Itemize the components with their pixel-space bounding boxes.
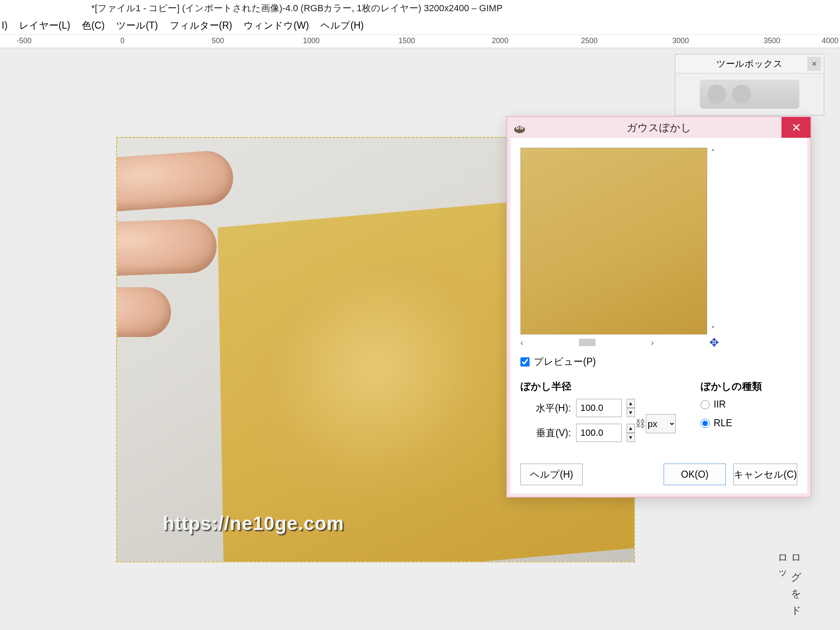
menu-help[interactable]: ヘルプ(H) xyxy=(320,19,364,32)
scroll-thumb[interactable] xyxy=(579,339,596,346)
gimp-app-icon xyxy=(512,120,527,135)
watermark-text: https://ne10ge.com xyxy=(163,512,344,535)
spin-down-icon[interactable]: ▼ xyxy=(627,433,635,442)
scroll-left-icon[interactable]: ‹ xyxy=(520,338,523,347)
horizontal-value-input[interactable] xyxy=(576,399,622,417)
panel-tail-text: ログをドロッ xyxy=(773,548,803,630)
blur-type-iir-label: IIR xyxy=(714,399,726,410)
blur-type-rle-radio[interactable] xyxy=(701,419,710,428)
vertical-spin-buttons[interactable]: ▲ ▼ xyxy=(627,424,635,442)
preview-scrollbar-vertical[interactable]: ˄ ˅ xyxy=(707,148,719,335)
cancel-button[interactable]: キャンセル(C) xyxy=(733,464,797,485)
ruler-tick: 0 xyxy=(120,37,125,45)
horizontal-spin-buttons[interactable]: ▲ ▼ xyxy=(627,399,635,417)
toolbox-title: ツールボックス xyxy=(716,58,783,70)
blur-type-title: ぼかしの種類 xyxy=(701,380,797,393)
svg-point-0 xyxy=(514,126,525,133)
gaussian-blur-dialog: ガウスぼかし ✕ ˄ ˅ ‹ › ✥ プレビュー(P) ぼかし半径 xyxy=(506,116,811,498)
ok-button[interactable]: OK(O) xyxy=(664,464,726,485)
vertical-value-input[interactable] xyxy=(576,424,622,442)
menu-color[interactable]: 色(C) xyxy=(82,19,105,32)
toolbox-header: ツールボックス × xyxy=(675,54,824,73)
blur-type-rle-row[interactable]: RLE xyxy=(701,418,797,429)
ruler-tick: 3000 xyxy=(672,37,689,45)
ruler-tick: 3500 xyxy=(764,37,780,45)
blur-type-iir-row[interactable]: IIR xyxy=(701,399,797,410)
blur-preview-image[interactable] xyxy=(520,148,707,335)
preview-checkbox-row[interactable]: プレビュー(P) xyxy=(520,355,797,368)
menu-layer[interactable]: レイヤー(L) xyxy=(19,19,70,32)
help-button[interactable]: ヘルプ(H) xyxy=(520,464,583,485)
vertical-label: 垂直(V): xyxy=(536,427,571,440)
svg-point-3 xyxy=(517,127,518,128)
menu-tools[interactable]: ツール(T) xyxy=(116,19,158,32)
unit-select[interactable]: px xyxy=(646,414,676,433)
toolbox-tool-icons[interactable] xyxy=(675,73,824,115)
ruler-tick: 500 xyxy=(212,37,224,45)
toolbox-panel: ツールボックス × xyxy=(675,54,824,115)
window-title: *[ファイル1 - コピー] (インポートされた画像)-4.0 (RGBカラー,… xyxy=(91,2,503,15)
scroll-right-icon[interactable]: › xyxy=(651,338,654,347)
horizontal-label: 水平(H): xyxy=(536,402,571,415)
toolbox-tools-placeholder xyxy=(700,80,799,109)
ruler-tick: 2000 xyxy=(492,37,508,45)
dialog-body: ˄ ˅ ‹ › ✥ プレビュー(P) ぼかし半径 水平(H): xyxy=(510,138,807,493)
spin-up-icon[interactable]: ▲ xyxy=(627,424,635,433)
horizontal-ruler: -500 0 500 1000 1500 2000 2500 3000 3500… xyxy=(0,35,840,48)
menu-image[interactable]: I) xyxy=(2,20,7,31)
blur-type-iir-radio[interactable] xyxy=(701,400,710,409)
toolbox-close-button[interactable]: × xyxy=(807,57,821,71)
menu-windows[interactable]: ウィンドウ(W) xyxy=(244,19,309,32)
ruler-tick: 2500 xyxy=(581,37,598,45)
dialog-titlebar[interactable]: ガウスぼかし ✕ xyxy=(507,117,811,138)
dialog-title: ガウスぼかし xyxy=(627,121,691,134)
chain-link-icon[interactable]: ⛓ xyxy=(635,418,646,430)
scroll-down-icon[interactable]: ˅ xyxy=(711,325,715,335)
menu-filters[interactable]: フィルター(R) xyxy=(170,19,232,32)
preview-checkbox[interactable] xyxy=(520,357,530,366)
svg-point-4 xyxy=(521,127,522,128)
spin-up-icon[interactable]: ▲ xyxy=(627,399,635,408)
preview-move-icon[interactable]: ✥ xyxy=(709,336,719,349)
ruler-tick: -500 xyxy=(17,37,32,45)
blur-type-rle-label: RLE xyxy=(714,418,733,429)
preview-checkbox-label: プレビュー(P) xyxy=(534,355,596,368)
window-title-bar: *[ファイル1 - コピー] (インポートされた画像)-4.0 (RGBカラー,… xyxy=(0,0,840,17)
ruler-tick: 1500 xyxy=(398,37,415,45)
preview-scrollbar-horizontal[interactable]: ‹ › ✥ xyxy=(520,336,719,349)
ruler-tick: 4000 xyxy=(822,37,838,45)
dialog-close-button[interactable]: ✕ xyxy=(781,117,811,138)
ruler-tick: 1000 xyxy=(303,37,320,45)
scroll-up-icon[interactable]: ˄ xyxy=(711,148,715,158)
menu-bar: I) レイヤー(L) 色(C) ツール(T) フィルター(R) ウィンドウ(W)… xyxy=(0,17,840,35)
blur-radius-title: ぼかし半径 xyxy=(520,380,676,393)
spin-down-icon[interactable]: ▼ xyxy=(627,408,635,417)
